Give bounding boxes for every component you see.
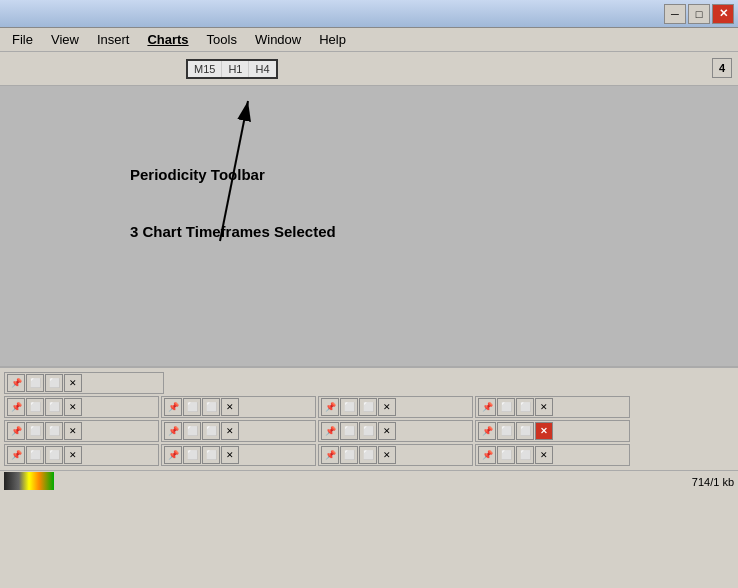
chart-tab-3-3[interactable]: 📌 ⬜ ⬜ ✕ <box>318 420 473 442</box>
toolbar-badge: 4 <box>712 58 732 78</box>
tab-icon-close[interactable]: ✕ <box>378 398 396 416</box>
tab-icon-close-active[interactable]: ✕ <box>535 422 553 440</box>
tab-icon-close[interactable]: ✕ <box>64 446 82 464</box>
menu-insert[interactable]: Insert <box>89 30 138 49</box>
tab-icon-copy[interactable]: ⬜ <box>26 422 44 440</box>
periodicity-toolbar: M15 H1 H4 <box>186 59 278 79</box>
minimize-button[interactable]: ─ <box>664 4 686 24</box>
market-indicator-icon <box>4 472 54 490</box>
tab-icon-pin[interactable]: 📌 <box>321 446 339 464</box>
tab-icon-pin[interactable]: 📌 <box>321 398 339 416</box>
tab-icon-close[interactable]: ✕ <box>64 374 82 392</box>
tab-icon-max[interactable]: ⬜ <box>45 422 63 440</box>
menu-window[interactable]: Window <box>247 30 309 49</box>
tab-icon-copy[interactable]: ⬜ <box>340 422 358 440</box>
tab-icon-max[interactable]: ⬜ <box>359 446 377 464</box>
period-h4[interactable]: H4 <box>249 61 275 77</box>
tab-icon-pin[interactable]: 📌 <box>478 446 496 464</box>
tab-icon-close[interactable]: ✕ <box>535 446 553 464</box>
tab-icon-pin[interactable]: 📌 <box>164 398 182 416</box>
period-h1[interactable]: H1 <box>222 61 249 77</box>
tab-icon-copy[interactable]: ⬜ <box>26 446 44 464</box>
chart-tab-4-2[interactable]: 📌 ⬜ ⬜ ✕ <box>161 444 316 466</box>
chart-row-4: 📌 ⬜ ⬜ ✕ 📌 ⬜ ⬜ ✕ 📌 ⬜ ⬜ ✕ 📌 ⬜ ⬜ ✕ <box>4 444 734 466</box>
chart-tab-4-4[interactable]: 📌 ⬜ ⬜ ✕ <box>475 444 630 466</box>
chart-tab-1-1[interactable]: 📌 ⬜ ⬜ ✕ <box>4 372 164 394</box>
tab-icon-max[interactable]: ⬜ <box>359 422 377 440</box>
chart-row-2: 📌 ⬜ ⬜ ✕ 📌 ⬜ ⬜ ✕ 📌 ⬜ ⬜ ✕ 📌 ⬜ ⬜ ✕ <box>4 396 734 418</box>
chart-tab-3-4[interactable]: 📌 ⬜ ⬜ ✕ <box>475 420 630 442</box>
tab-icon-copy[interactable]: ⬜ <box>183 446 201 464</box>
tab-icon-pin[interactable]: 📌 <box>478 422 496 440</box>
tab-icon-max[interactable]: ⬜ <box>45 374 63 392</box>
tab-icon-close[interactable]: ✕ <box>535 398 553 416</box>
tab-icon-close[interactable]: ✕ <box>64 422 82 440</box>
tab-icon-max[interactable]: ⬜ <box>202 422 220 440</box>
tab-icon-close[interactable]: ✕ <box>64 398 82 416</box>
chart-tab-2-2[interactable]: 📌 ⬜ ⬜ ✕ <box>161 396 316 418</box>
tab-icon-copy[interactable]: ⬜ <box>26 374 44 392</box>
period-m15[interactable]: M15 <box>188 61 222 77</box>
tab-icon-pin[interactable]: 📌 <box>7 446 25 464</box>
tab-icon-pin[interactable]: 📌 <box>7 422 25 440</box>
annotation-container: Periodicity Toolbar 3 Chart Timeframes S… <box>130 166 336 240</box>
tab-icon-copy[interactable]: ⬜ <box>183 398 201 416</box>
annotation-body: 3 Chart Timeframes Selected <box>130 223 336 240</box>
menu-help[interactable]: Help <box>311 30 354 49</box>
annotation-title: Periodicity Toolbar <box>130 166 336 183</box>
menu-file[interactable]: File <box>4 30 41 49</box>
chart-tab-2-1[interactable]: 📌 ⬜ ⬜ ✕ <box>4 396 159 418</box>
chart-tab-4-1[interactable]: 📌 ⬜ ⬜ ✕ <box>4 444 159 466</box>
menu-view[interactable]: View <box>43 30 87 49</box>
tab-icon-max[interactable]: ⬜ <box>45 446 63 464</box>
tab-icon-max[interactable]: ⬜ <box>359 398 377 416</box>
tab-icon-close[interactable]: ✕ <box>221 446 239 464</box>
tab-icon-close[interactable]: ✕ <box>378 422 396 440</box>
tab-icon-copy[interactable]: ⬜ <box>497 398 515 416</box>
chart-row-1: 📌 ⬜ ⬜ ✕ <box>4 372 734 394</box>
tab-icon-copy[interactable]: ⬜ <box>497 422 515 440</box>
status-bar: 714/1 kb <box>0 470 738 492</box>
close-button[interactable]: ✕ <box>712 4 734 24</box>
tab-icon-copy[interactable]: ⬜ <box>497 446 515 464</box>
chart-tab-2-3[interactable]: 📌 ⬜ ⬜ ✕ <box>318 396 473 418</box>
bottom-panel: 📌 ⬜ ⬜ ✕ 📌 ⬜ ⬜ ✕ 📌 ⬜ ⬜ ✕ 📌 ⬜ ⬜ ✕ 📌 ⬜ ⬜ <box>0 366 738 470</box>
status-bar-info: 714/1 kb <box>692 476 734 488</box>
tab-icon-close[interactable]: ✕ <box>221 422 239 440</box>
chart-tab-3-1[interactable]: 📌 ⬜ ⬜ ✕ <box>4 420 159 442</box>
tab-icon-max[interactable]: ⬜ <box>516 446 534 464</box>
tab-icon-max[interactable]: ⬜ <box>45 398 63 416</box>
toolbar-area: M15 H1 H4 4 <box>0 52 738 86</box>
tab-icon-pin[interactable]: 📌 <box>164 422 182 440</box>
tab-icon-pin[interactable]: 📌 <box>7 374 25 392</box>
chart-row-3: 📌 ⬜ ⬜ ✕ 📌 ⬜ ⬜ ✕ 📌 ⬜ ⬜ ✕ 📌 ⬜ ⬜ ✕ <box>4 420 734 442</box>
chart-tab-4-3[interactable]: 📌 ⬜ ⬜ ✕ <box>318 444 473 466</box>
maximize-button[interactable]: □ <box>688 4 710 24</box>
title-bar: ─ □ ✕ <box>0 0 738 28</box>
tab-icon-close[interactable]: ✕ <box>378 446 396 464</box>
title-bar-controls: ─ □ ✕ <box>664 4 734 24</box>
chart-tab-3-2[interactable]: 📌 ⬜ ⬜ ✕ <box>161 420 316 442</box>
tab-icon-pin[interactable]: 📌 <box>164 446 182 464</box>
main-content: Periodicity Toolbar 3 Chart Timeframes S… <box>0 86 738 366</box>
tab-icon-max[interactable]: ⬜ <box>202 446 220 464</box>
tab-icon-max[interactable]: ⬜ <box>516 398 534 416</box>
tab-icon-pin[interactable]: 📌 <box>478 398 496 416</box>
menu-charts[interactable]: Charts <box>139 30 196 49</box>
tab-icon-close[interactable]: ✕ <box>221 398 239 416</box>
tab-icon-copy[interactable]: ⬜ <box>183 422 201 440</box>
tab-icon-copy[interactable]: ⬜ <box>340 446 358 464</box>
annotation-arrow <box>0 86 738 366</box>
status-bar-icon <box>4 472 54 492</box>
tab-icon-copy[interactable]: ⬜ <box>26 398 44 416</box>
tab-icon-pin[interactable]: 📌 <box>321 422 339 440</box>
tab-icon-copy[interactable]: ⬜ <box>340 398 358 416</box>
tab-icon-max[interactable]: ⬜ <box>202 398 220 416</box>
menu-tools[interactable]: Tools <box>199 30 245 49</box>
menu-bar: File View Insert Charts Tools Window Hel… <box>0 28 738 52</box>
chart-tab-2-4[interactable]: 📌 ⬜ ⬜ ✕ <box>475 396 630 418</box>
tab-icon-pin[interactable]: 📌 <box>7 398 25 416</box>
tab-icon-max[interactable]: ⬜ <box>516 422 534 440</box>
